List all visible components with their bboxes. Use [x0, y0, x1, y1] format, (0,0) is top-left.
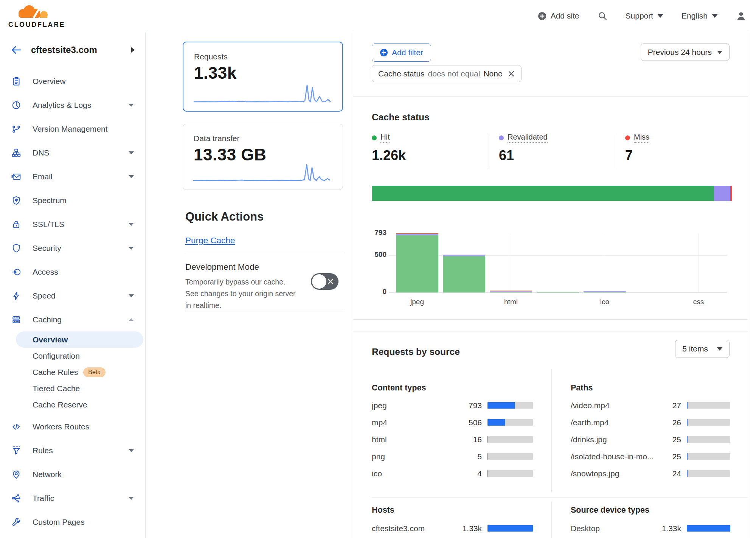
sidebar-item-custom-pages[interactable]: Custom Pages — [0, 510, 145, 534]
dist-segment-hit — [372, 186, 714, 201]
device-row[interactable]: Desktop 1.33k — [571, 520, 730, 537]
path-row[interactable]: /snowtops.jpg 24 — [571, 465, 730, 482]
path-row[interactable]: /earth.mp4 26 — [571, 414, 730, 431]
site-name: cftestsite3.com — [31, 45, 97, 55]
language-menu[interactable]: English — [681, 11, 718, 20]
purge-cache-link[interactable]: Purge Cache — [185, 236, 235, 246]
hosts-heading: Hosts — [372, 505, 394, 515]
add-filter-button[interactable]: Add filter — [372, 44, 431, 62]
value-bar — [487, 470, 533, 477]
plus-circle-icon — [380, 48, 388, 57]
summary-column: Requests 1.33k Data transfer 13.33 GB Qu… — [146, 32, 353, 538]
shield-asterisk-icon — [11, 196, 21, 205]
bar-slot[interactable] — [675, 233, 722, 292]
development-mode-description: Temporarily bypass our cache. See change… — [185, 276, 296, 312]
login-arrow-icon — [11, 267, 21, 277]
bar-slot[interactable] — [534, 233, 581, 292]
sidebar-subitem-cache-reserve[interactable]: Cache Reserve — [0, 397, 145, 413]
sidebar-item-overview[interactable]: Overview — [0, 69, 145, 93]
remove-filter-icon[interactable] — [508, 70, 515, 78]
x-tick-css: css — [675, 298, 722, 306]
analytics-panel: Add filter Cache status does not equal N… — [353, 32, 748, 538]
x-tick-html: html — [487, 298, 534, 306]
add-site-button[interactable]: Add site — [538, 11, 579, 20]
sidebar-item-speed[interactable]: Speed — [0, 284, 145, 308]
path-row[interactable]: /video.mp4 27 — [571, 397, 730, 414]
path-row[interactable]: /isolated-house-in-mo... 25 — [571, 448, 730, 465]
divider — [185, 253, 343, 253]
sidebar-item-rules[interactable]: Rules — [0, 438, 145, 462]
sidebar-item-access[interactable]: Access — [0, 260, 145, 284]
sidebar-item-email[interactable]: Email — [0, 165, 145, 188]
bar-slot[interactable] — [487, 233, 534, 292]
sidebar-subitem-caching-overview[interactable]: Overview — [16, 331, 143, 348]
cache-status-card: Cache status Hit 1.26k Revalidated 61 Mi… — [353, 96, 748, 320]
miss-label[interactable]: Miss — [634, 133, 649, 143]
development-mode-toggle[interactable] — [311, 273, 338, 290]
git-branch-icon — [11, 124, 21, 134]
requests-value: 1.33k — [194, 64, 332, 82]
content-type-row[interactable]: ico 4 — [372, 465, 533, 482]
time-range-dropdown[interactable]: Previous 24 hours — [641, 44, 730, 61]
sidebar-item-ssl-tls[interactable]: SSL/TLS — [0, 212, 145, 236]
bar-slot[interactable] — [628, 233, 675, 292]
content-type-row[interactable]: jpeg 793 — [372, 397, 533, 414]
code-brackets-icon — [11, 422, 21, 432]
chevron-down-icon — [129, 497, 134, 500]
chevron-down-icon — [129, 247, 134, 250]
divider — [551, 369, 552, 492]
bar-slot[interactable] — [394, 233, 441, 292]
sidebar-item-network[interactable]: Network — [0, 462, 145, 486]
search-icon[interactable] — [598, 11, 607, 21]
sidebar-item-dns[interactable]: DNS — [0, 141, 145, 165]
filter-chip-cache-status: Cache status does not equal None — [372, 65, 522, 82]
value-bar — [487, 525, 533, 532]
bar-slot[interactable] — [581, 233, 628, 292]
x-tick-ico: ico — [581, 298, 628, 306]
requests-metric-card[interactable]: Requests 1.33k — [183, 42, 343, 112]
sidebar-item-security[interactable]: Security — [0, 236, 145, 260]
hit-value: 1.26k — [372, 148, 406, 163]
host-row[interactable]: cftestsite3.com 1.33k — [372, 520, 533, 537]
sidebar-item-workers-routes[interactable]: Workers Routes — [0, 415, 145, 438]
x-tick-jpeg: jpeg — [394, 298, 441, 306]
cloudflare-logo[interactable]: CLOUDFLARE — [8, 3, 65, 29]
sidebar-subitem-cache-rules[interactable]: Cache RulesBeta — [0, 364, 145, 380]
revalidated-label[interactable]: Revalidated — [508, 133, 548, 143]
chevron-down-icon — [129, 151, 134, 154]
items-count-dropdown[interactable]: 5 items — [675, 340, 730, 358]
clipboard-icon — [11, 76, 21, 86]
sidebar-item-version-management[interactable]: Version Management — [0, 117, 145, 141]
sidebar-item-traffic[interactable]: Traffic — [0, 486, 145, 510]
sidebar-subitem-configuration[interactable]: Configuration — [0, 348, 145, 364]
beta-badge: Beta — [83, 367, 106, 377]
sidebar-subitem-tiered-cache[interactable]: Tiered Cache — [0, 380, 145, 397]
chevron-down-icon — [712, 14, 718, 18]
sidebar-item-caching[interactable]: Caching — [0, 308, 145, 331]
brand-wordmark: CLOUDFLARE — [8, 21, 65, 29]
y-tick-500: 500 — [353, 250, 387, 259]
chevron-right-icon[interactable] — [131, 47, 135, 53]
content-type-row[interactable]: png 5 — [372, 448, 533, 465]
sidebar-item-spectrum[interactable]: Spectrum — [0, 188, 145, 212]
divider — [372, 497, 748, 498]
content-type-row[interactable]: html 16 — [372, 431, 533, 448]
hit-label[interactable]: Hit — [380, 133, 390, 143]
chevron-down-icon — [129, 294, 134, 297]
path-row[interactable]: /drinks.jpg 25 — [571, 431, 730, 448]
support-menu[interactable]: Support — [626, 11, 664, 20]
user-avatar-icon[interactable] — [736, 11, 746, 21]
dist-segment-miss — [730, 186, 732, 201]
data-transfer-metric-card[interactable]: Data transfer 13.33 GB — [183, 124, 343, 190]
chevron-down-icon — [717, 347, 722, 351]
content-type-row[interactable]: mp4 506 — [372, 414, 533, 431]
envelope-icon — [11, 172, 21, 182]
development-mode-title: Development Mode — [185, 262, 259, 272]
back-arrow-icon[interactable] — [10, 44, 21, 56]
value-bar — [487, 436, 533, 443]
bar-slot[interactable] — [441, 233, 487, 292]
divider — [551, 502, 552, 538]
sidebar-item-analytics-logs[interactable]: Analytics & Logs — [0, 93, 145, 117]
source-device-types-heading: Source device types — [571, 505, 649, 515]
location-pin-icon — [11, 470, 21, 479]
